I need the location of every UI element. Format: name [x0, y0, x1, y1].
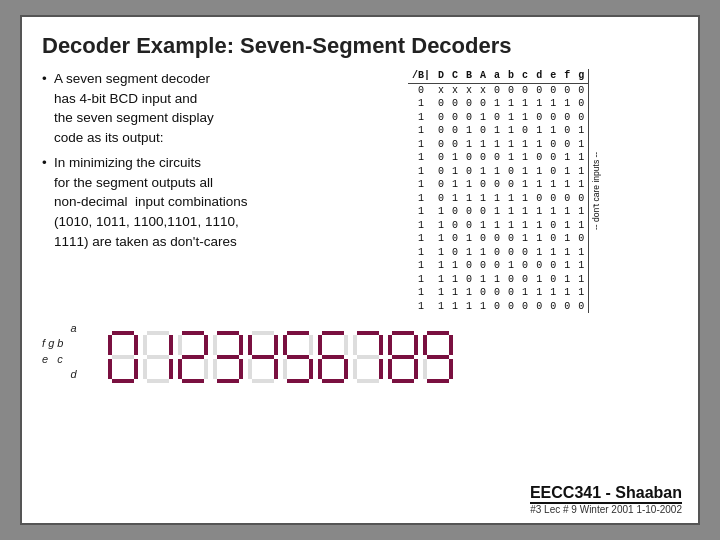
table-cell: 0	[462, 273, 476, 287]
table-cell: 0	[504, 178, 518, 192]
table-cell: 0	[504, 246, 518, 260]
table-cell: 1	[560, 219, 574, 233]
table-cell: 1	[462, 178, 476, 192]
seg-g	[357, 355, 379, 359]
table-cell: 1	[448, 286, 462, 300]
table-cell: 1	[490, 124, 504, 138]
table-cell: 1	[476, 111, 490, 125]
table-cell: 1	[546, 246, 560, 260]
table-cell: 0	[434, 111, 448, 125]
table-cell: 0	[574, 300, 588, 314]
table-cell: 0	[434, 124, 448, 138]
table-cell: 1	[434, 259, 448, 273]
table-cell: 0	[546, 273, 560, 287]
seg-b	[309, 335, 313, 355]
table-cell: 0	[448, 205, 462, 219]
seg-e	[178, 359, 182, 379]
table-cell: 1	[434, 246, 448, 260]
table-cell: 1	[518, 111, 532, 125]
truth-table: /B| D C B A a b c d e f g	[408, 69, 588, 313]
table-cell: 0	[574, 97, 588, 111]
table-cell: 0	[546, 165, 560, 179]
table-cell: 0	[448, 111, 462, 125]
table-cell: 1	[518, 151, 532, 165]
table-cell: 0	[462, 151, 476, 165]
seg-c	[309, 359, 313, 379]
table-cell: 0	[490, 259, 504, 273]
seg-g	[322, 355, 344, 359]
table-cell: 0	[518, 124, 532, 138]
seg-f	[178, 335, 182, 355]
table-cell: 1	[560, 232, 574, 246]
table-cell: 1	[476, 192, 490, 206]
table-cell: 0	[504, 165, 518, 179]
table-cell: 0	[448, 97, 462, 111]
table-cell: 1	[462, 192, 476, 206]
table-cell: 0	[546, 232, 560, 246]
col-seg-d: d	[532, 69, 546, 83]
seg-d	[357, 379, 379, 383]
seg-d	[322, 379, 344, 383]
seg-d	[287, 379, 309, 383]
seg-label-ec: e c	[42, 352, 97, 367]
seg-e	[108, 359, 112, 379]
table-cell: 1	[408, 219, 434, 233]
table-cell: 1	[574, 178, 588, 192]
table-cell: 0	[532, 83, 546, 97]
seg-digit-4	[247, 331, 279, 383]
seg-c	[169, 359, 173, 379]
seg-digit-5	[282, 331, 314, 383]
col-b: B	[462, 69, 476, 83]
table-cell: 1	[490, 97, 504, 111]
seg-e	[283, 359, 287, 379]
seg-b	[169, 335, 173, 355]
table-cell: 1	[490, 205, 504, 219]
seg-f	[283, 335, 287, 355]
table-cell: 1	[574, 259, 588, 273]
seg-d	[252, 379, 274, 383]
table-cell: 0	[504, 273, 518, 287]
table-cell: 1	[532, 246, 546, 260]
table-cell: 0	[518, 246, 532, 260]
seg-c	[274, 359, 278, 379]
seg-c	[449, 359, 453, 379]
table-cell: 0	[476, 151, 490, 165]
table-cell: 1	[518, 219, 532, 233]
table-cell: 0	[574, 192, 588, 206]
seg-label-a: a	[50, 321, 97, 336]
table-cell: 1	[448, 165, 462, 179]
seg-d	[217, 379, 239, 383]
seg-b	[134, 335, 138, 355]
table-cell: 1	[546, 205, 560, 219]
seg-g	[392, 355, 414, 359]
table-cell: 1	[532, 232, 546, 246]
seg-d	[147, 379, 169, 383]
seg-f	[143, 335, 147, 355]
col-seg-g: g	[574, 69, 588, 83]
table-cell: 0	[476, 124, 490, 138]
dontcare-wrapper: -- don't care inputs --	[588, 69, 603, 313]
seg-g	[217, 355, 239, 359]
seg-d	[427, 379, 449, 383]
table-cell: 0	[448, 246, 462, 260]
table-cell: 0	[532, 192, 546, 206]
table-cell: 1	[532, 124, 546, 138]
table-cell: 0	[504, 300, 518, 314]
seg-digit-0	[107, 331, 139, 383]
table-cell: 0	[574, 83, 588, 97]
table-cell: 1	[504, 259, 518, 273]
table-cell: 0	[546, 300, 560, 314]
table-cell: x	[434, 83, 448, 97]
table-cell: 1	[448, 151, 462, 165]
table-cell: x	[462, 83, 476, 97]
table-cell: 1	[448, 178, 462, 192]
table-cell: 1	[408, 205, 434, 219]
table-cell: 1	[560, 151, 574, 165]
table-cell: 1	[408, 232, 434, 246]
table-cell: 1	[504, 97, 518, 111]
table-cell: 1	[574, 151, 588, 165]
table-wrapper: /B| D C B A a b c d e f g	[408, 69, 678, 313]
table-cell: 0	[462, 219, 476, 233]
table-cell: 1	[448, 300, 462, 314]
table-cell: 0	[434, 192, 448, 206]
